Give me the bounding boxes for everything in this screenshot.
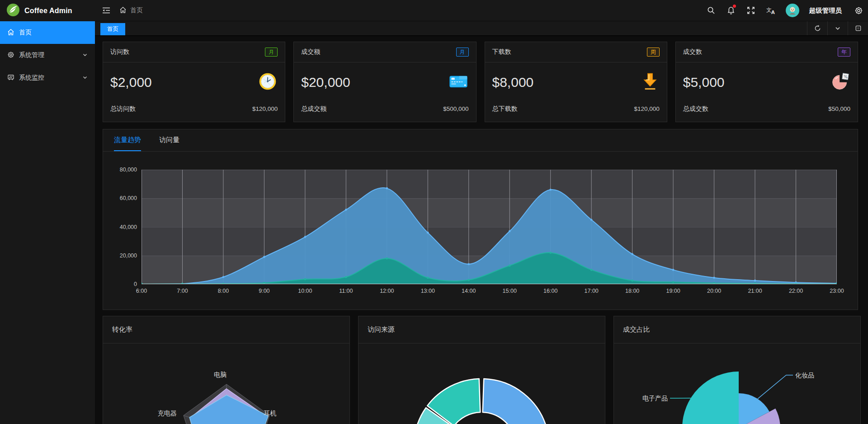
- visit-source-donut-chart[interactable]: [359, 343, 605, 424]
- tab-home[interactable]: 首页: [100, 23, 125, 35]
- sidebar-item-system-monitoring[interactable]: 系统监控: [0, 67, 95, 89]
- card-title: 访问来源: [368, 325, 395, 334]
- deal-share-card: 成交占比 电子产品化妆品: [613, 316, 861, 424]
- stat-footer-label: 总成交额: [301, 105, 326, 113]
- x-axis-tick: 12:00: [380, 288, 394, 294]
- breadcrumb-label: 首页: [130, 6, 143, 14]
- maximize-icon[interactable]: [848, 21, 868, 35]
- refresh-icon[interactable]: [807, 21, 827, 35]
- avatar[interactable]: [786, 4, 799, 17]
- bottom-charts-row: 转化率 电脑耳机充电器 访问来源 成交占比 电子产品化妆品: [103, 316, 858, 424]
- stat-card-title: 下载数: [492, 48, 511, 56]
- sidebar: Coffee Admin 首页 系统管理: [0, 0, 95, 424]
- stat-footer-value: $120,000: [252, 105, 278, 112]
- x-axis-tick: 6:00: [136, 288, 147, 294]
- period-badge: 月: [265, 48, 278, 57]
- traffic-trend-chart[interactable]: 80,00060,00040,00020,00006:007:008:009:0…: [142, 170, 837, 284]
- svg-text:电脑: 电脑: [214, 371, 226, 378]
- svg-text:充电器: 充电器: [158, 410, 177, 417]
- x-axis-tick: 10:00: [298, 288, 312, 294]
- home-icon: [119, 6, 127, 15]
- x-axis-tick: 23:00: [830, 288, 844, 294]
- breadcrumb[interactable]: 首页: [119, 6, 143, 15]
- stat-card-title: 成交数: [683, 48, 702, 56]
- fullscreen-icon[interactable]: [746, 5, 756, 15]
- stat-card-visits: 访问数 月 $2,000: [103, 42, 285, 122]
- tab-controls: [807, 21, 868, 35]
- tab-visit-volume[interactable]: 访问量: [159, 129, 179, 151]
- stat-card-downloads: 下载数 周 $8,000: [485, 42, 667, 122]
- x-axis-tick: 14:00: [462, 288, 476, 294]
- chevron-down-icon: [82, 52, 88, 59]
- tabs-bar: 首页: [95, 21, 868, 36]
- y-axis-tick: 20,000: [120, 252, 137, 259]
- brand-logo[interactable]: Coffee Admin: [0, 0, 95, 21]
- conversion-radar-chart[interactable]: 电脑耳机充电器: [103, 343, 349, 424]
- traffic-trend-chart-area: 80,00060,00040,00020,00006:007:008:009:0…: [103, 152, 858, 310]
- clock-icon: [258, 71, 278, 93]
- x-axis-tick: 18:00: [625, 288, 639, 294]
- x-axis-tick: 8:00: [218, 288, 229, 294]
- visit-source-card: 访问来源: [358, 316, 605, 424]
- settings-icon[interactable]: [854, 5, 863, 15]
- dashboard-content: 访问数 月 $2,000: [95, 36, 868, 424]
- x-axis-tick: 19:00: [666, 288, 680, 294]
- gear-icon: [7, 51, 14, 60]
- svg-text:电子产品: 电子产品: [642, 395, 668, 402]
- x-axis-tick: 17:00: [585, 288, 599, 294]
- x-axis-tick: 7:00: [177, 288, 188, 294]
- stat-footer-label: 总成交数: [683, 105, 708, 113]
- x-axis-tick: 22:00: [789, 288, 803, 294]
- card-title: 转化率: [112, 325, 132, 334]
- username[interactable]: 超级管理员: [809, 6, 842, 15]
- period-badge: 月: [456, 48, 469, 57]
- tab-traffic-trend[interactable]: 流量趋势: [114, 129, 141, 151]
- stat-footer-value: $50,000: [828, 105, 850, 112]
- bell-icon[interactable]: [726, 5, 736, 15]
- stat-footer-label: 总下载数: [492, 105, 518, 113]
- search-icon[interactable]: [706, 5, 716, 15]
- sidebar-nav: 首页 系统管理: [0, 21, 95, 89]
- brand-name: Coffee Admin: [24, 7, 72, 15]
- sidebar-item-label: 系统监控: [19, 74, 78, 82]
- stat-value: $2,000: [110, 75, 152, 90]
- y-axis-tick: 0: [134, 281, 137, 287]
- x-axis-tick: 9:00: [259, 288, 269, 294]
- chevron-down-icon: [82, 74, 88, 81]
- period-badge: 周: [647, 48, 660, 57]
- stat-card-deals: 成交数 年 $5,000: [675, 42, 858, 122]
- stat-value: $20,000: [301, 75, 350, 90]
- x-axis-tick: 15:00: [503, 288, 517, 294]
- stat-cards-row: 访问数 月 $2,000: [103, 42, 858, 122]
- x-axis-tick: 16:00: [543, 288, 557, 294]
- stat-card-title: 访问数: [110, 48, 129, 56]
- svg-text:耳机: 耳机: [264, 410, 276, 417]
- monitor-icon: [7, 74, 14, 82]
- stat-footer-value: $120,000: [634, 105, 659, 112]
- stat-value: $8,000: [492, 75, 534, 90]
- translate-icon[interactable]: 文 A: [766, 5, 776, 15]
- stat-card-turnover: 成交额 月 $20,000: [293, 42, 476, 122]
- x-axis-tick: 20:00: [707, 288, 721, 294]
- leaf-logo-icon: [6, 3, 20, 19]
- pie-icon: %: [830, 71, 850, 93]
- stat-card-title: 成交额: [301, 48, 320, 56]
- sidebar-item-system-management[interactable]: 系统管理: [0, 44, 95, 67]
- main-column: 首页: [95, 0, 868, 424]
- chevron-down-icon[interactable]: [827, 21, 848, 35]
- sidebar-item-home[interactable]: 首页: [0, 21, 95, 44]
- svg-text:A: A: [771, 10, 775, 14]
- topbar-actions: 文 A 超级管理员: [706, 4, 864, 17]
- stat-value: $5,000: [683, 75, 725, 90]
- sidebar-item-label: 首页: [19, 29, 88, 37]
- collapse-sidebar-button[interactable]: [101, 5, 111, 15]
- credit-card-icon: [448, 71, 469, 93]
- notification-dot: [733, 5, 736, 8]
- x-axis-tick: 11:00: [339, 288, 353, 294]
- trend-tabs: 流量趋势 访问量: [103, 129, 858, 152]
- download-icon: [641, 71, 660, 93]
- deal-share-pie-chart[interactable]: 电子产品化妆品: [614, 343, 860, 424]
- stat-footer-label: 总访问数: [110, 105, 136, 113]
- app-root: Coffee Admin 首页 系统管理: [0, 0, 868, 424]
- topbar: 首页: [95, 0, 868, 21]
